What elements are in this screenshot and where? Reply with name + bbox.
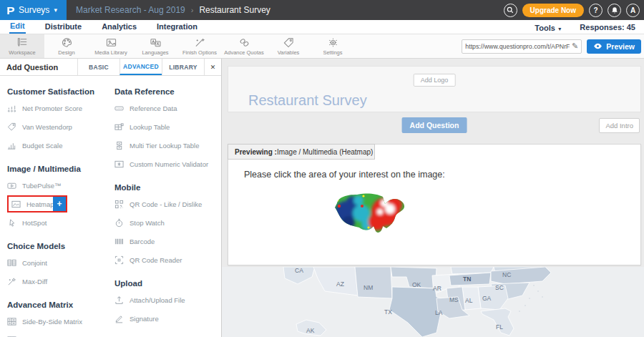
state-label: LA (435, 309, 442, 316)
breadcrumb: Market Research - Aug 2019 › Restaurant … (76, 0, 270, 20)
question-type-numeric-validator[interactable]: Custom Numeric Validator (114, 155, 222, 173)
question-type-lookup-table[interactable]: Lookup Table (114, 117, 222, 136)
palette-icon (61, 37, 73, 48)
survey-title[interactable]: Restaurant Survey (248, 92, 367, 109)
state-label: TX (384, 308, 392, 316)
tag-icon (283, 37, 295, 48)
toolbar-languages[interactable]: Languages (133, 34, 177, 58)
surveys-menu[interactable]: P Surveys ▾ (0, 0, 67, 20)
survey-canvas: CA AZ NM OK AR TN NC SC MS AL GA TX LA F… (222, 59, 644, 337)
toolbar-finish-options[interactable]: Finish Options (177, 34, 222, 58)
question-type-hotspot[interactable]: HotSpot (7, 213, 109, 232)
toolbar-workspace[interactable]: Workspace (0, 34, 44, 58)
question-type-complex-grid[interactable]: Complex Grid / Flex Matrix (7, 331, 109, 337)
state-label: FL (496, 323, 503, 331)
notifications-button[interactable] (608, 4, 621, 17)
heatmap-usa-image[interactable] (330, 190, 417, 245)
state-label: SC (495, 284, 504, 291)
multi-tier-icon (114, 141, 124, 150)
us-map-background: CA AZ NM OK AR TN NC SC MS AL GA TX LA F… (222, 267, 644, 337)
toolbar-variables[interactable]: Variables (266, 34, 311, 58)
add-question-panel: Add Question BASIC ADVANCED LIBRARY ✕ Cu… (0, 59, 222, 337)
question-type-side-by-side-matrix[interactable]: Side-By-Side Matrix (7, 312, 109, 331)
question-type-heatmap-highlighted[interactable]: Heatmap + (7, 195, 67, 213)
cursor-icon (7, 218, 16, 228)
workspace-toolbar: Workspace Design Media Library Languages… (0, 34, 644, 59)
tab-integration[interactable]: Integration (156, 21, 198, 33)
section-upload: Upload (114, 279, 222, 288)
question-type-signature[interactable]: Signature (114, 309, 222, 328)
tab-advanced[interactable]: ADVANCED (119, 59, 162, 75)
question-type-net-promoter-score[interactable]: Net Promoter Score (7, 99, 109, 117)
state-label: MS (449, 296, 459, 303)
toolbar-advance-quotas[interactable]: Advance Quotas (222, 34, 266, 58)
upload-icon (114, 296, 124, 305)
section-data-reference: Data Reference (114, 87, 222, 96)
toolbar-design[interactable]: Design (44, 34, 89, 58)
bell-icon (611, 6, 618, 14)
preview-button[interactable]: Preview (587, 39, 641, 54)
section-customer-satisfaction: Customer Satisfaction (7, 87, 109, 96)
toolbar-media-library[interactable]: Media Library (89, 34, 133, 58)
search-button[interactable] (504, 4, 517, 17)
question-type-max-diff[interactable]: Max-Diff (7, 272, 109, 290)
lookup-table-icon (114, 122, 124, 132)
breadcrumb-separator: › (191, 6, 194, 14)
eye-icon (593, 43, 602, 49)
menu-bar: Edit Distribute Analytics Integration To… (0, 20, 644, 34)
state-label: AR (433, 285, 441, 292)
question-type-reference-data[interactable]: Reference Data (114, 99, 222, 117)
close-icon[interactable]: ✕ (204, 59, 221, 75)
survey-url-input[interactable] (465, 43, 570, 50)
tab-analytics[interactable]: Analytics (101, 21, 137, 33)
tab-basic[interactable]: BASIC (77, 59, 119, 75)
section-image-multimedia: Image / Multimedia (7, 165, 109, 173)
state-label: AL (465, 297, 472, 304)
previewing-tab: Previewing : Image / Multimedia (Heatmap… (228, 144, 375, 160)
questionpro-logo: P (6, 4, 15, 16)
gear-icon (327, 37, 339, 48)
heatmap-icon (11, 200, 21, 209)
tab-library[interactable]: LIBRARY (162, 59, 204, 75)
question-type-qr-reader[interactable]: QR Code Reader (114, 250, 222, 269)
links-icon (238, 37, 250, 48)
state-label: NM (364, 284, 373, 291)
add-heatmap-button[interactable]: + (53, 197, 66, 211)
tab-edit[interactable]: Edit (9, 20, 26, 34)
survey-url-field[interactable]: ✎ (462, 39, 582, 54)
translate-icon (150, 37, 162, 48)
state-label: NC (502, 271, 511, 278)
top-bar: P Surveys ▾ Market Research - Aug 2019 ›… (0, 0, 644, 20)
question-type-stop-watch[interactable]: Stop Watch (114, 213, 222, 232)
qr-reader-icon (114, 255, 124, 265)
question-type-attach-upload[interactable]: Attach/Upload File (114, 290, 222, 309)
question-type-multi-tier-lookup[interactable]: Multi Tier Lookup Table (114, 136, 222, 155)
account-avatar[interactable]: A (626, 4, 640, 17)
search-icon (507, 6, 514, 14)
tools-menu[interactable]: Tools ▾ (535, 21, 561, 34)
add-logo-button[interactable]: Add Logo (414, 74, 456, 87)
section-mobile: Mobile (114, 183, 222, 192)
question-type-van-westendorp[interactable]: Van Westendorp (7, 117, 109, 136)
wand-icon (7, 277, 16, 286)
add-intro-button[interactable]: Add Intro (599, 118, 640, 133)
question-type-barcode[interactable]: Barcode (114, 232, 222, 250)
survey-header-card: Add Logo Restaurant Survey (228, 66, 641, 112)
upgrade-now-button[interactable]: Upgrade Now (522, 4, 584, 17)
responses-count[interactable]: Responses: 45 (580, 23, 635, 31)
edit-url-icon[interactable]: ✎ (572, 41, 578, 51)
workspace-icon (16, 37, 29, 48)
add-question-button[interactable]: Add Question (402, 117, 467, 133)
toolbar-settings[interactable]: Settings (311, 34, 355, 58)
help-button[interactable]: ? (589, 4, 602, 17)
breadcrumb-parent[interactable]: Market Research - Aug 2019 (76, 5, 185, 15)
question-type-budget-scale[interactable]: Budget Scale (7, 136, 109, 155)
stopwatch-icon (114, 218, 124, 228)
section-choice-models: Choice Models (7, 242, 109, 250)
tab-distribute[interactable]: Distribute (44, 21, 82, 33)
question-type-qr-like-dislike[interactable]: QR Code - Like / Dislike (114, 195, 222, 213)
question-type-tubepulse[interactable]: TubePulse™ (7, 176, 109, 195)
wand-icon (194, 37, 206, 48)
tag-icon (7, 122, 16, 132)
question-type-conjoint[interactable]: Conjoint (7, 253, 109, 272)
